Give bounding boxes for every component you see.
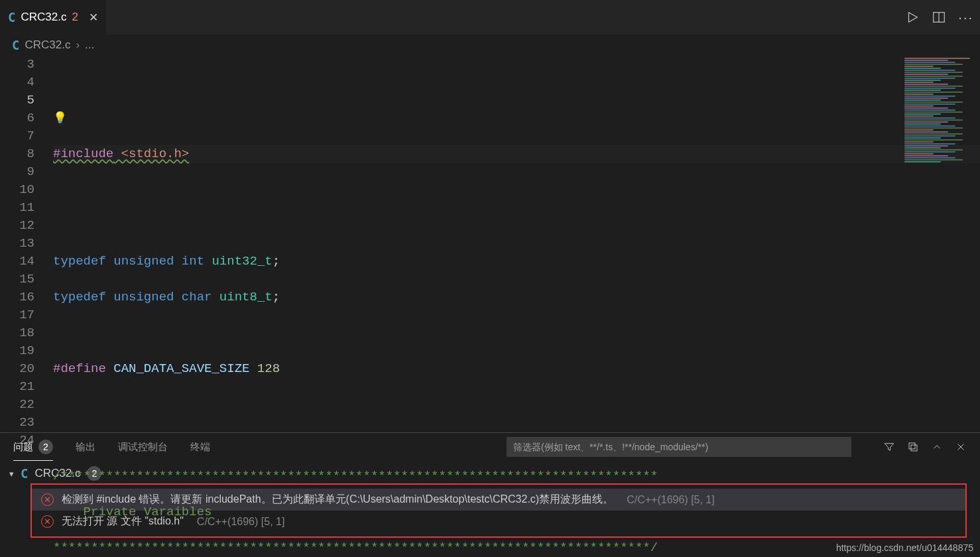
breadcrumb-file: CRC32.c [25, 38, 70, 52]
chevron-up-icon[interactable] [931, 441, 943, 453]
error-icon: ✕ [41, 493, 54, 506]
tab-crc32[interactable]: C CRC32.c 2 ✕ [0, 0, 106, 34]
c-file-icon: C [21, 466, 28, 481]
c-file-icon: C [8, 10, 15, 25]
code-editor[interactable]: 3 4 5 6 7 8 9 10 11 12 13 14 15 16 17 18… [0, 56, 980, 432]
collapse-all-icon[interactable] [907, 441, 919, 453]
panel-actions [883, 441, 967, 453]
split-editor-icon[interactable] [932, 10, 946, 25]
c-file-icon: C [12, 38, 19, 52]
tab-terminal[interactable]: 终端 [190, 441, 210, 454]
filter-icon[interactable] [883, 441, 895, 453]
watermark: https://blog.csdn.net/u014448875 [836, 542, 973, 553]
lightbulb-icon[interactable]: 💡 [53, 112, 67, 125]
chevron-down-icon[interactable]: ▾ [9, 469, 14, 479]
breadcrumb[interactable]: C CRC32.c › ... [0, 34, 980, 56]
svg-rect-3 [911, 445, 917, 451]
tab-problem-count: 2 [72, 11, 78, 24]
problems-filter-input[interactable] [507, 437, 851, 457]
problems-badge: 2 [38, 440, 53, 454]
panel-tab-bar: 问题 2 输出 调试控制台 终端 [0, 433, 980, 461]
close-icon[interactable]: ✕ [89, 11, 98, 25]
tab-debug-console[interactable]: 调试控制台 [118, 441, 168, 454]
tab-output[interactable]: 输出 [76, 441, 95, 454]
run-icon[interactable] [905, 10, 920, 25]
svg-rect-2 [909, 443, 915, 449]
breadcrumb-separator: › [76, 38, 80, 52]
code-content[interactable]: 💡 #include <stdio.h> typedef unsigned in… [53, 56, 980, 432]
tab-problems[interactable]: 问题 2 [13, 440, 53, 454]
editor-actions: ··· [905, 0, 973, 34]
close-panel-icon[interactable] [955, 441, 967, 453]
line-number-gutter: 3 4 5 6 7 8 9 10 11 12 13 14 15 16 17 18… [0, 56, 53, 432]
tab-filename: CRC32.c [21, 11, 66, 24]
breadcrumb-rest: ... [85, 38, 94, 52]
minimap[interactable] [904, 57, 977, 269]
more-actions-icon[interactable]: ··· [958, 10, 973, 25]
tab-bar: C CRC32.c 2 ✕ ··· [0, 0, 980, 34]
error-icon: ✕ [41, 515, 54, 528]
